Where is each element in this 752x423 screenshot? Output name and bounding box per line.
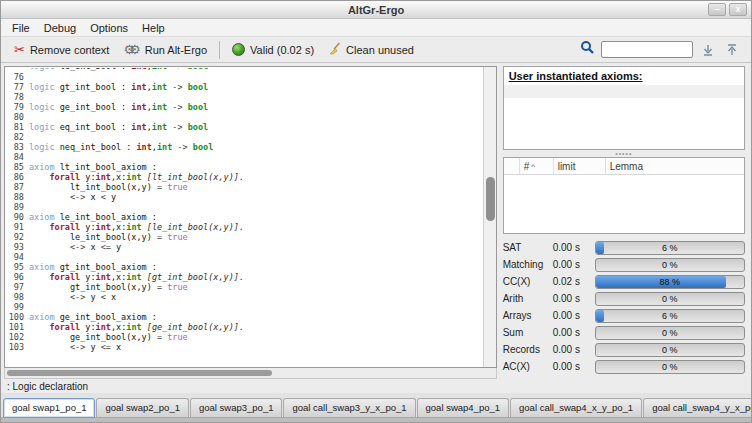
code-line[interactable]: 84 — [5, 152, 483, 162]
lemma-col-blank[interactable] — [504, 158, 520, 174]
horizontal-scrollbar[interactable] — [4, 368, 497, 379]
code-line[interactable]: 98 <-> y < x — [5, 292, 483, 302]
line-number: 99 — [5, 302, 29, 312]
code-line[interactable]: 93 <-> x <= y — [5, 242, 483, 252]
vertical-scrollbar[interactable] — [483, 67, 496, 367]
sort-indicator-icon: ^ — [531, 162, 535, 171]
line-number: 87 — [5, 182, 29, 192]
stat-label: Arith — [503, 293, 553, 304]
menu-bar: FileDebugOptionsHelp — [1, 19, 751, 37]
code-line[interactable]: 103 <-> y <= x — [5, 342, 483, 352]
code-line[interactable]: 99 — [5, 302, 483, 312]
code-text — [29, 112, 34, 122]
stat-progressbar: 6 % — [595, 241, 745, 255]
line-number: 83 — [5, 142, 29, 152]
code-line[interactable]: 88 <-> x < y — [5, 192, 483, 202]
toolbar-separator — [219, 41, 220, 59]
stat-progressbar: 88 % — [595, 275, 745, 289]
code-text: logic ge_int_bool : int,int -> bool — [29, 102, 213, 112]
stat-percent: 6 % — [596, 243, 744, 253]
code-text — [29, 92, 34, 102]
code-line[interactable]: 81logic eq_int_bool : int,int -> bool — [5, 122, 483, 132]
main-content: logic le_int_bool : int,int -> bool 76 7… — [1, 63, 751, 379]
code-line[interactable]: 80 — [5, 112, 483, 122]
stat-label: Matching — [503, 259, 553, 270]
menu-debug[interactable]: Debug — [37, 20, 83, 36]
tab-goal-call_swap4_y_x_po_1[interactable]: goal call_swap4_y_x_po_1 — [643, 398, 752, 417]
menu-file[interactable]: File — [5, 20, 37, 36]
code-line[interactable]: 87 lt_int_bool(x,y) = true — [5, 182, 483, 192]
tab-goal-swap2_po_1[interactable]: goal swap2_po_1 — [96, 398, 188, 417]
close-button[interactable]: x — [729, 3, 747, 16]
code-line[interactable]: 78 — [5, 92, 483, 102]
search-next-button[interactable] — [699, 41, 717, 59]
lemma-col-limit[interactable]: limit — [554, 158, 606, 174]
stat-percent: 0 % — [596, 260, 744, 270]
stat-time: 0.00 s — [553, 259, 595, 270]
code-line[interactable]: 76 — [5, 72, 483, 82]
window-footer — [1, 417, 751, 422]
code-line[interactable]: 86 forall y:int,x:int [lt_int_bool(x,y)]… — [5, 172, 483, 182]
lemma-col-#[interactable]: #^ — [520, 158, 554, 174]
stat-progressbar: 0 % — [595, 258, 745, 272]
stat-row-sat: SAT0.00 s6 % — [503, 239, 745, 256]
stat-progressbar: 0 % — [595, 292, 745, 306]
tab-goal-call_swap3_y_x_po_1[interactable]: goal call_swap3_y_x_po_1 — [283, 398, 415, 417]
tab-goal-swap1_po_1[interactable]: goal swap1_po_1 — [3, 398, 95, 418]
vertical-scrollbar-thumb[interactable] — [486, 177, 495, 221]
run-alt-ergo-button[interactable]: ⚙⚙ Run Alt-Ergo — [116, 41, 214, 58]
code-line[interactable]: 83logic neq_int_bool : int,int -> bool — [5, 142, 483, 152]
horizontal-scrollbar-thumb[interactable] — [7, 370, 272, 376]
title-bar: AltGr-Ergo – x — [1, 1, 751, 19]
tab-goal-swap4_po_1[interactable]: goal swap4_po_1 — [417, 398, 509, 417]
line-number: 82 — [5, 132, 29, 142]
code-line[interactable]: 92 le_int_bool(x,y) = true — [5, 232, 483, 242]
code-text: logic eq_int_bool : int,int -> bool — [29, 122, 213, 132]
menu-options[interactable]: Options — [83, 20, 135, 36]
search-prev-button[interactable] — [723, 41, 741, 59]
code-line[interactable]: 94 — [5, 252, 483, 262]
user-axioms-title: User instantiated axioms: — [504, 67, 744, 85]
search-input[interactable] — [601, 41, 693, 58]
panel-splitter[interactable]: ••••• — [503, 150, 745, 157]
code-line[interactable]: 100axiom ge_int_bool_axiom : — [5, 312, 483, 322]
clean-label: Clean unused — [346, 44, 414, 56]
lemma-col-Lemma[interactable]: Lemma — [606, 158, 744, 174]
minimize-button[interactable]: – — [708, 3, 726, 16]
line-number: 85 — [5, 162, 29, 172]
code-line[interactable]: 96 forall y:int,x:int [gt_int_bool(x,y)]… — [5, 272, 483, 282]
valid-status-icon — [232, 43, 245, 56]
stat-label: AC(X) — [503, 361, 553, 372]
code-line[interactable]: 82 — [5, 132, 483, 142]
code-line[interactable]: 77logic gt_int_bool : int,int -> bool — [5, 82, 483, 92]
line-number: 79 — [5, 102, 29, 112]
code-line[interactable]: 89 — [5, 202, 483, 212]
code-line[interactable]: 91 forall y:int,x:int [le_int_bool(x,y)]… — [5, 222, 483, 232]
stat-percent: 88 % — [596, 277, 744, 287]
stat-time: 0.00 s — [553, 310, 595, 321]
user-axioms-empty-row — [504, 85, 744, 98]
code-text: forall y:int,x:int [ge_int_bool(x,y)]. — [29, 322, 249, 332]
broom-icon — [328, 42, 341, 57]
stat-progressbar: 6 % — [595, 309, 745, 323]
remove-context-button[interactable]: ✂ Remove context — [7, 41, 116, 58]
stat-row-sum: Sum0.00 s0 % — [503, 324, 745, 341]
user-axioms-panel[interactable]: User instantiated axioms: — [503, 66, 745, 150]
status-bar: : Logic declaration — [1, 379, 751, 393]
line-number: 86 — [5, 172, 29, 182]
code-line[interactable]: 95axiom gt_int_bool_axiom : — [5, 262, 483, 272]
menu-help[interactable]: Help — [135, 20, 172, 36]
tab-goal-swap3_po_1[interactable]: goal swap3_po_1 — [190, 398, 282, 417]
code-line[interactable]: 102 ge_int_bool(x,y) = true — [5, 332, 483, 342]
code-line[interactable]: 79logic ge_int_bool : int,int -> bool — [5, 102, 483, 112]
code-line[interactable]: 101 forall y:int,x:int [ge_int_bool(x,y)… — [5, 322, 483, 332]
window-title: AltGr-Ergo — [1, 4, 751, 16]
code-line[interactable]: 85axiom lt_int_bool_axiom : — [5, 162, 483, 172]
tab-goal-call_swap4_x_y_po_1[interactable]: goal call_swap4_x_y_po_1 — [510, 398, 642, 417]
code-editor[interactable]: logic le_int_bool : int,int -> bool 76 7… — [5, 67, 483, 367]
clean-unused-button[interactable]: Clean unused — [321, 40, 421, 59]
code-line[interactable]: 97 gt_int_bool(x,y) = true — [5, 282, 483, 292]
code-line[interactable]: 90axiom le_int_bool_axiom : — [5, 212, 483, 222]
lemma-table-body[interactable] — [504, 175, 744, 233]
line-number: 103 — [5, 342, 29, 352]
